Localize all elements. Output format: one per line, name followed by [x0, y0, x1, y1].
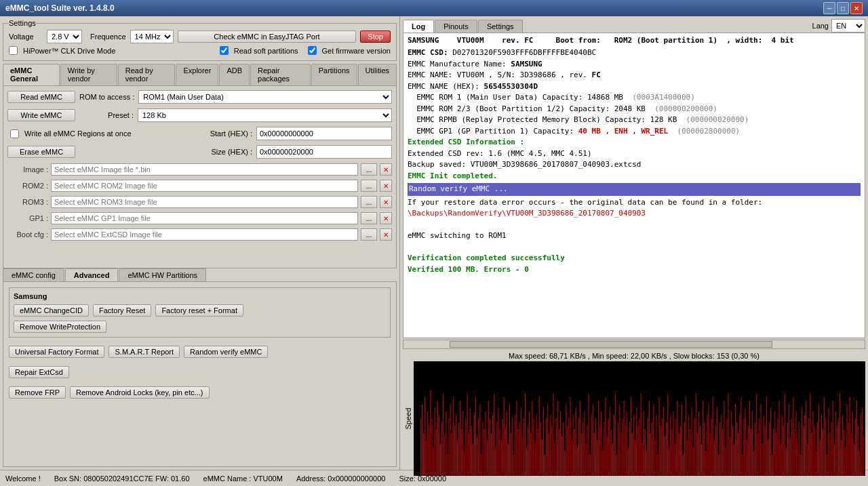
factory-reset-button[interactable]: Factory Reset: [93, 304, 151, 317]
settings-row-2: HiPower™ CLK Drive Mode Read soft partit…: [9, 46, 391, 55]
log-entry-blank2: [408, 242, 861, 254]
read-emmc-button[interactable]: Read eMMC: [7, 91, 75, 103]
write-all-checkbox[interactable]: [10, 129, 19, 138]
erase-emmc-button[interactable]: Erase eMMC: [7, 146, 75, 158]
erase-row: Erase eMMC Size (HEX) :: [7, 145, 392, 159]
log-entry-restore-info: If your restore data error occurs - the …: [408, 197, 861, 209]
bootcfg-file-row: Boot cfg : ... ✕: [7, 228, 392, 241]
tab-explorer[interactable]: Explorer: [176, 64, 218, 85]
frequency-select[interactable]: 14 MHz 7 MHz 20 MHz: [130, 30, 174, 43]
hipower-checkbox[interactable]: [9, 46, 18, 55]
repair-row: Repair ExtCsd: [9, 366, 391, 378]
tab-adb[interactable]: ADB: [219, 64, 250, 85]
tab-write-by-vendor[interactable]: Write by vendor: [60, 64, 117, 85]
tab-settings[interactable]: Settings: [478, 20, 523, 33]
close-button[interactable]: ✕: [850, 2, 863, 14]
log-entry-mfg: EMMC Manufacture Name: SAMSUNG: [408, 59, 861, 70]
rom3-clear-button[interactable]: ✕: [380, 196, 392, 208]
read-soft-checkbox[interactable]: [220, 46, 229, 55]
samsung-brand: SAMSUNG: [408, 36, 439, 45]
lang-label: Lang: [812, 22, 829, 30]
remove-wp-button[interactable]: Remove WriteProtection: [14, 321, 106, 333]
log-entry-verification: Verification completed successfully: [408, 253, 861, 264]
log-header: SAMSUNG VTU00M rev. FC Boot from: ROM2 (…: [408, 36, 861, 45]
check-emmc-button[interactable]: Check eMMC in EasyJTAG Port: [178, 31, 357, 43]
voltage-label: Voltage: [9, 33, 43, 41]
settings-row-1: Voltage 2.8 V 1.8 V 3.3 V Frequence 14 M…: [9, 30, 391, 43]
stop-button[interactable]: Stop: [360, 31, 391, 43]
tab-pinouts[interactable]: Pinouts: [435, 20, 477, 33]
lang-row: Lang EN RU: [812, 19, 865, 33]
tab-partitions[interactable]: Partitions: [311, 64, 357, 85]
speed-graph: [414, 361, 865, 476]
log-entry-csd: EMMC CSD: D02701320F5903FFF6DBFFFFBE4040…: [408, 47, 861, 59]
tab-read-by-vendor[interactable]: Read by vendor: [118, 64, 176, 85]
factory-reset-format-button[interactable]: Factory reset + Format: [155, 304, 243, 317]
rom2-clear-button[interactable]: ✕: [380, 180, 392, 192]
start-hex-input[interactable]: [256, 127, 392, 140]
log-entry-csd-rev: Extended CSD rev: 1.6 (MMC 4.5, MMC 4.51…: [408, 148, 861, 160]
write-preset-row: Write eMMC Preset : 128 Kb 256 Kb 512 Kb: [7, 108, 392, 122]
rom2-browse-button[interactable]: ...: [361, 180, 377, 192]
bottom-tab-bar: eMMC config Advanced eMMC HW Partitions: [3, 268, 397, 281]
preset-select[interactable]: 128 Kb 256 Kb 512 Kb: [138, 108, 392, 122]
tab-repair-packages[interactable]: Repair packages: [250, 64, 311, 85]
write-emmc-button[interactable]: Write eMMC: [7, 109, 75, 121]
log-area: SAMSUNG VTU00M rev. FC Boot from: ROM2 (…: [403, 33, 865, 338]
image-file-input[interactable]: [51, 163, 358, 176]
main-container: Settings Voltage 2.8 V 1.8 V 3.3 V Frequ…: [0, 16, 868, 470]
image-clear-button[interactable]: ✕: [380, 163, 392, 176]
read-soft-label: Read soft partitions: [234, 47, 298, 55]
remove-frp-button[interactable]: Remove FRP: [9, 386, 66, 399]
bootcfg-file-input[interactable]: [51, 228, 358, 241]
tab-emmc-hw-partitions[interactable]: eMMC HW Partitions: [119, 268, 206, 281]
repair-extcsd-button[interactable]: Repair ExtCsd: [9, 366, 69, 378]
log-scroll-thumb: [450, 341, 772, 348]
tab-utilities[interactable]: Utilities: [358, 64, 397, 85]
minimize-button[interactable]: ─: [823, 2, 835, 14]
size-hex-input[interactable]: [256, 145, 392, 159]
window-controls: ─ □ ✕: [823, 2, 863, 14]
tab-emmc-general[interactable]: eMMC General: [3, 64, 60, 85]
log-scrollbar[interactable]: [403, 340, 865, 349]
read-write-row: Read eMMC ROM to access : ROM1 (Main Use…: [7, 90, 392, 104]
gp1-browse-button[interactable]: ...: [361, 212, 377, 224]
rom2-file-input[interactable]: [51, 180, 358, 192]
remove-android-locks-button[interactable]: Remove Android Locks (key, pin etc...): [70, 386, 210, 399]
lang-select[interactable]: EN RU: [831, 19, 865, 33]
gp1-clear-button[interactable]: ✕: [380, 212, 392, 224]
rom3-browse-button[interactable]: ...: [361, 196, 377, 208]
changecid-button[interactable]: eMMC ChangeCID: [14, 304, 89, 317]
random-verify-button[interactable]: Random verify eMMC: [184, 346, 268, 358]
bootcfg-clear-button[interactable]: ✕: [380, 228, 392, 241]
left-panel: Settings Voltage 2.8 V 1.8 V 3.3 V Frequ…: [0, 16, 400, 470]
image-browse-button[interactable]: ...: [361, 163, 377, 176]
gp1-file-row: GP1 : ... ✕: [7, 212, 392, 224]
tab-log[interactable]: Log: [403, 20, 434, 33]
settings-group: Settings Voltage 2.8 V 1.8 V 3.3 V Frequ…: [3, 19, 397, 61]
universal-format-button[interactable]: Universal Factory Format: [9, 346, 104, 358]
tab-advanced[interactable]: Advanced: [65, 268, 119, 281]
rom3-file-input[interactable]: [51, 196, 358, 208]
tab-emmc-config[interactable]: eMMC config: [3, 268, 64, 281]
log-tab-bar: Log Pinouts Settings Lang EN RU: [403, 19, 865, 33]
get-firmware-checkbox[interactable]: [308, 46, 317, 55]
get-firmware-label: Get firmware version: [322, 47, 391, 55]
bootcfg-browse-button[interactable]: ...: [361, 228, 377, 241]
gp1-file-input[interactable]: [51, 212, 358, 224]
smart-report-button[interactable]: S.M.A.R.T Report: [108, 346, 180, 358]
rom-select[interactable]: ROM1 (Main User Data) ROM2 ROM3: [138, 90, 392, 104]
log-entry-name: EMMC NAME: VTU00M , S/N: 3D398686 , rev.…: [408, 70, 861, 81]
rom3-file-row: ROM3 : ... ✕: [7, 196, 392, 208]
boot-from: Boot from:: [556, 36, 601, 45]
log-entry-blank1: [408, 220, 861, 231]
image-file-row: Image : ... ✕: [7, 163, 392, 176]
voltage-select[interactable]: 2.8 V 1.8 V 3.3 V: [47, 30, 82, 43]
frp-row: Remove FRP Remove Android Locks (key, pi…: [9, 386, 391, 399]
start-hex-label: Start (HEX) :: [198, 129, 252, 138]
boot-partition: ROM2 (Boot partition 1): [614, 36, 717, 45]
log-entry-rpmb: EMMC RPMB (Replay Protected Memory Block…: [408, 115, 861, 126]
size-hex-label: Size (HEX) :: [198, 148, 252, 156]
bootcfg-label: Boot cfg :: [7, 230, 48, 239]
restore-button[interactable]: □: [837, 2, 849, 14]
